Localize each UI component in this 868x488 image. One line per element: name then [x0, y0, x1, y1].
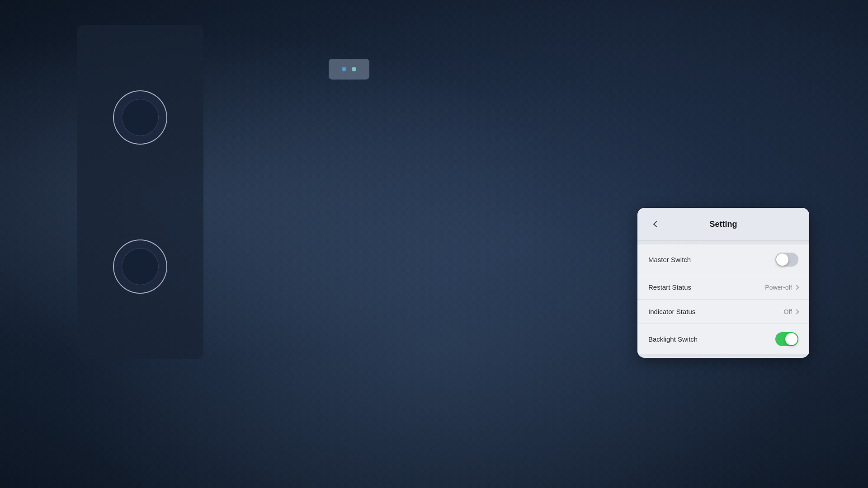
restart-status-chevron-icon — [794, 285, 799, 290]
restart-status-value: Power-off — [765, 284, 798, 291]
indicator-status-text: Off — [784, 308, 792, 315]
indicator-status-chevron-icon — [794, 309, 799, 314]
backlight-switch-row: Backlight Switch — [637, 324, 809, 354]
backlight-switch-knob — [785, 333, 797, 345]
restart-status-row[interactable]: Restart Status Power-off — [637, 275, 809, 300]
indicator-status-row[interactable]: Indicator Status Off — [637, 300, 809, 324]
indicator-status-value: Off — [784, 308, 798, 315]
settings-panel: Setting Master Switch Restart Status Pow… — [637, 208, 809, 358]
master-switch-row: Master Switch — [637, 244, 809, 275]
dot-teal — [352, 67, 356, 71]
dot-blue — [342, 67, 346, 71]
back-button[interactable] — [648, 217, 663, 231]
left-panel — [77, 25, 203, 359]
backlight-switch-label: Backlight Switch — [648, 335, 698, 343]
indicator-status-label: Indicator Status — [648, 308, 695, 315]
settings-body: Master Switch Restart Status Power-off I… — [637, 241, 809, 358]
master-switch-knob — [776, 253, 788, 266]
restart-status-text: Power-off — [765, 284, 792, 291]
back-chevron-icon — [653, 221, 660, 227]
top-device — [329, 59, 369, 80]
switch-button-top[interactable] — [113, 90, 167, 145]
restart-status-label: Restart Status — [648, 283, 691, 291]
settings-header: Setting — [637, 208, 809, 241]
switch-button-bottom[interactable] — [113, 239, 167, 294]
settings-title: Setting — [663, 220, 784, 229]
master-switch-toggle[interactable] — [775, 253, 798, 267]
master-switch-label: Master Switch — [648, 256, 691, 263]
backlight-switch-toggle[interactable] — [775, 332, 798, 346]
